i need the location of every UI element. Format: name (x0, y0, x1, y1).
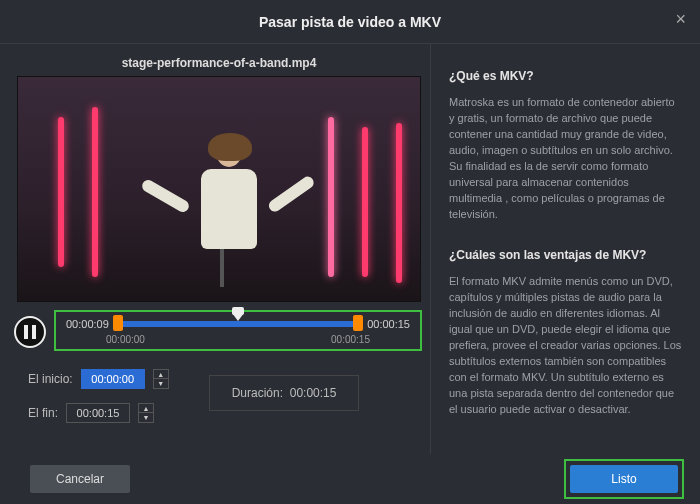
playhead-icon[interactable] (232, 313, 244, 321)
trim-track-row: 00:00:09 00:00:15 (66, 318, 410, 330)
time-inputs: El inicio: ▲ ▼ El fin: ▲ ▼ (8, 369, 430, 423)
range-start: 00:00:00 (106, 334, 145, 345)
time-col: El inicio: ▲ ▼ El fin: ▲ ▼ (28, 369, 169, 423)
file-name: stage-performance-of-a-band.mp4 (8, 56, 430, 70)
dialog-title: Pasar pista de video a MKV (259, 14, 441, 30)
duration-value: 00:00:15 (290, 386, 337, 400)
cancel-button[interactable]: Cancelar (30, 465, 130, 493)
start-input[interactable] (81, 369, 145, 389)
start-label: El inicio: (28, 372, 73, 386)
chevron-down-icon[interactable]: ▼ (154, 379, 168, 388)
chevron-down-icon[interactable]: ▼ (139, 413, 153, 422)
info-q2-body: El formato MKV admite menús como un DVD,… (449, 274, 682, 417)
video-preview[interactable] (17, 76, 421, 302)
controls-row: 00:00:09 00:00:15 00:00:00 00:00:15 (8, 310, 430, 351)
total-time: 00:00:15 (367, 318, 410, 330)
current-time: 00:00:09 (66, 318, 109, 330)
trim-range-row: 00:00:00 00:00:15 (66, 334, 410, 345)
info-q2-title: ¿Cuáles son las ventajas de MKV? (449, 247, 682, 264)
convert-dialog: Pasar pista de video a MKV × stage-perfo… (0, 0, 700, 504)
dialog-content: stage-performance-of-a-band.mp4 00:00:09 (0, 44, 700, 454)
start-stepper[interactable]: ▲ ▼ (153, 369, 169, 389)
range-end: 00:00:15 (331, 334, 370, 345)
dialog-footer: Cancelar Listo (0, 454, 700, 504)
close-icon[interactable]: × (675, 10, 686, 28)
trim-handle-end[interactable] (353, 315, 363, 331)
dialog-header: Pasar pista de video a MKV × (0, 0, 700, 44)
start-row: El inicio: ▲ ▼ (28, 369, 169, 389)
trim-track[interactable] (115, 321, 361, 327)
duration-box: Duración: 00:00:15 (209, 375, 360, 411)
done-highlight: Listo (564, 459, 684, 499)
trim-handle-start[interactable] (113, 315, 123, 331)
chevron-up-icon[interactable]: ▲ (139, 404, 153, 413)
trim-box: 00:00:09 00:00:15 00:00:00 00:00:15 (54, 310, 422, 351)
duration-label: Duración: (232, 386, 283, 400)
end-label: El fin: (28, 406, 58, 420)
chevron-up-icon[interactable]: ▲ (154, 370, 168, 379)
end-stepper[interactable]: ▲ ▼ (138, 403, 154, 423)
info-q1-body: Matroska es un formato de contenedor abi… (449, 95, 682, 223)
done-button[interactable]: Listo (570, 465, 678, 493)
end-input[interactable] (66, 403, 130, 423)
info-q1-title: ¿Qué es MKV? (449, 68, 682, 85)
end-row: El fin: ▲ ▼ (28, 403, 169, 423)
left-panel: stage-performance-of-a-band.mp4 00:00:09 (0, 44, 430, 454)
pause-icon (24, 325, 36, 339)
pause-button[interactable] (14, 316, 46, 348)
info-panel: ¿Qué es MKV? Matroska es un formato de c… (430, 44, 700, 454)
